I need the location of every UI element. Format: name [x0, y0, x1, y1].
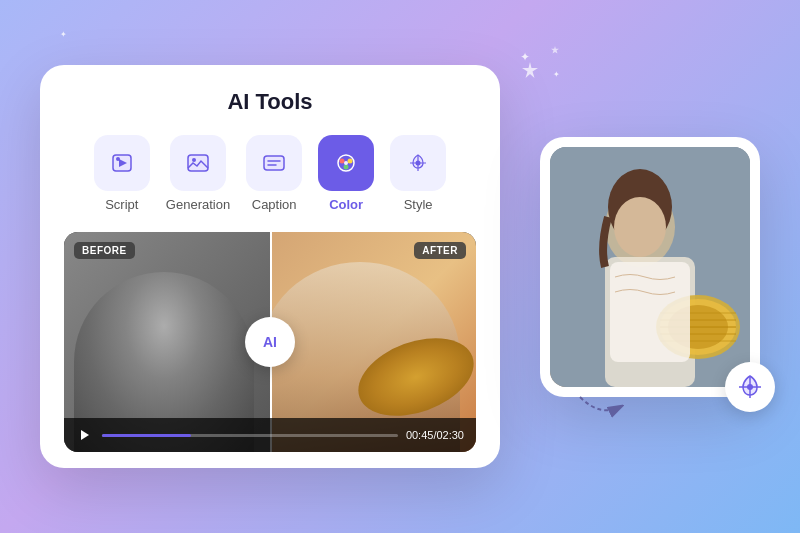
- progress-bar[interactable]: [102, 434, 398, 437]
- svg-point-11: [344, 165, 349, 170]
- left-card: AI Tools Script: [40, 65, 500, 468]
- caption-icon: [261, 150, 287, 176]
- tool-caption[interactable]: Caption: [246, 135, 302, 212]
- tool-color[interactable]: Color: [318, 135, 374, 212]
- star-decoration-small: [550, 45, 560, 55]
- right-image: [550, 147, 750, 387]
- tool-label-style: Style: [404, 197, 433, 212]
- video-comparison: BEFORE AFTER AI: [64, 232, 476, 452]
- color-icon: [333, 150, 359, 176]
- script-icon: [109, 150, 135, 176]
- content-wrapper: AI Tools Script: [40, 65, 760, 468]
- tool-style[interactable]: Style: [390, 135, 446, 212]
- tool-icon-script: [94, 135, 150, 191]
- right-card: [540, 137, 760, 397]
- progress-fill: [102, 434, 191, 437]
- tool-icon-generation: [170, 135, 226, 191]
- decoration-star-4: ✦: [60, 30, 67, 39]
- tool-label-caption: Caption: [252, 197, 297, 212]
- svg-rect-28: [610, 262, 690, 362]
- tool-icon-style: [390, 135, 446, 191]
- svg-marker-14: [81, 430, 89, 440]
- svg-rect-3: [188, 155, 208, 171]
- tool-label-generation: Generation: [166, 197, 230, 212]
- generation-icon: [185, 150, 211, 176]
- video-controls: 00:45/02:30: [64, 418, 476, 452]
- svg-point-4: [192, 158, 196, 162]
- svg-point-9: [340, 159, 345, 164]
- page-title: AI Tools: [64, 89, 476, 115]
- badge-before: BEFORE: [74, 242, 135, 259]
- tool-label-script: Script: [105, 197, 138, 212]
- svg-point-13: [416, 161, 421, 166]
- style-badge-icon: [736, 373, 764, 401]
- right-image-svg: [550, 147, 750, 387]
- tool-label-color: Color: [329, 197, 363, 212]
- style-icon: [405, 150, 431, 176]
- play-icon: [78, 428, 92, 442]
- svg-point-19: [614, 197, 666, 257]
- svg-point-29: [747, 384, 753, 390]
- star-decoration-right: [520, 60, 540, 80]
- arrow-decoration: [570, 387, 630, 437]
- badge-after: AFTER: [414, 242, 466, 259]
- tool-icon-color: [318, 135, 374, 191]
- ai-badge: AI: [245, 317, 295, 367]
- svg-point-2: [116, 157, 120, 161]
- play-button[interactable]: [76, 426, 94, 444]
- svg-point-12: [344, 161, 348, 165]
- svg-point-10: [348, 159, 353, 164]
- svg-rect-5: [264, 156, 284, 170]
- right-image-wrapper: [540, 137, 760, 397]
- style-badge: [725, 362, 775, 412]
- tool-script[interactable]: Script: [94, 135, 150, 212]
- tools-row: Script Generation: [64, 135, 476, 212]
- time-label: 00:45/02:30: [406, 429, 464, 441]
- tool-icon-caption: [246, 135, 302, 191]
- tool-generation[interactable]: Generation: [166, 135, 230, 212]
